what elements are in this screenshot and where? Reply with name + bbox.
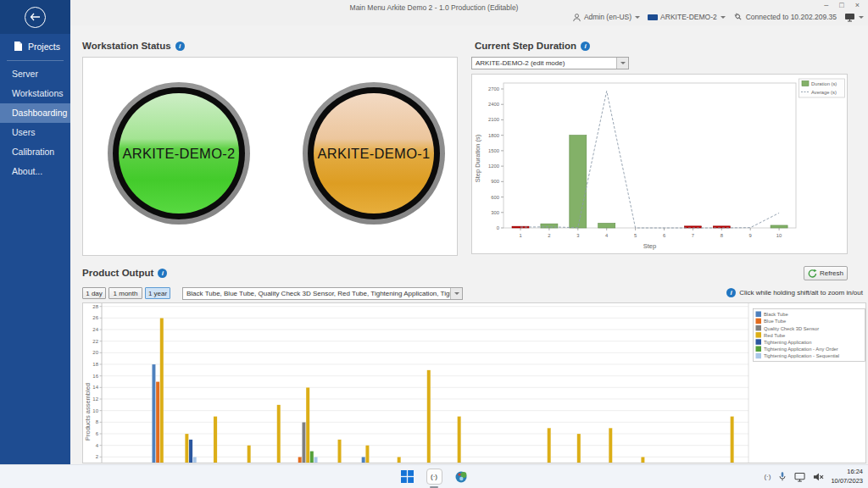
- range-button-1year[interactable]: 1 year: [145, 287, 170, 299]
- products-selector[interactable]: Black Tube, Blue Tube, Quality Check 3D …: [182, 287, 463, 300]
- plot-area: [504, 83, 796, 228]
- legend-swatch: [802, 81, 809, 86]
- app-icon: [454, 469, 469, 484]
- back-button[interactable]: [0, 0, 70, 34]
- product-bar: [298, 457, 302, 463]
- workstation-label: ARKITE-DEMO-2: [660, 13, 717, 21]
- dropdown-button[interactable]: [616, 58, 628, 69]
- volume-muted-icon[interactable]: [813, 472, 824, 482]
- info-icon[interactable]: i: [175, 42, 185, 51]
- y-tick-label: 300: [491, 210, 499, 215]
- legend-label: Average (s): [811, 90, 837, 95]
- sidebar-item-label: Projects: [28, 42, 60, 52]
- x-tick-label: 10: [776, 233, 782, 238]
- legend-label: Duration (s): [811, 81, 837, 86]
- y-tick-label: 4: [96, 443, 99, 448]
- user-menu[interactable]: Admin (en-US): [572, 13, 640, 22]
- refresh-icon: [808, 269, 817, 278]
- x-tick-label: 6: [663, 233, 665, 238]
- info-icon[interactable]: i: [581, 42, 590, 51]
- close-button[interactable]: ×: [855, 1, 860, 9]
- sidebar-item-users[interactable]: Users: [0, 123, 70, 142]
- legend-label: Tightening Application: [764, 340, 812, 345]
- product-output-chart[interactable]: 246810121416182022242628Products assembl…: [83, 303, 865, 463]
- product-bar: [214, 417, 217, 463]
- product-bar: [277, 405, 281, 463]
- y-tick-label: 16: [92, 374, 98, 379]
- refresh-button[interactable]: Refresh: [804, 266, 848, 280]
- legend-label: Black Tube: [764, 312, 788, 317]
- chevron-down-icon: [859, 16, 864, 19]
- workstation-status-orange: ARKITE-DEMO-1: [314, 93, 434, 214]
- taskbar-app-secondary[interactable]: [451, 467, 471, 487]
- taskbar-app-arkite[interactable]: (·): [424, 466, 444, 488]
- sidebar-item-dashboarding[interactable]: Dashboarding: [0, 103, 70, 123]
- workstation-button-demo2[interactable]: ARKITE-DEMO-2: [108, 82, 250, 225]
- sidebar-item-projects[interactable]: Projects: [0, 34, 70, 58]
- titlebar: Main Menu Arkite Demo 2 - 1.0 Production…: [0, 0, 868, 25]
- duration-bar: [771, 225, 787, 228]
- display-menu[interactable]: [844, 13, 864, 22]
- active-app-indicator: [430, 486, 438, 488]
- range-button-1day[interactable]: 1 day: [82, 287, 106, 299]
- connection-status: Connected to 10.202.209.35: [733, 12, 837, 22]
- minimize-button[interactable]: –: [824, 1, 828, 9]
- selector-value: ARKITE-DEMO-2 (edit mode): [472, 59, 616, 67]
- product-bar: [458, 417, 461, 463]
- info-icon[interactable]: i: [158, 269, 167, 278]
- plug-icon: [733, 12, 743, 22]
- dropdown-button[interactable]: [450, 288, 462, 299]
- legend-label: Tightening Application - Sequential: [764, 353, 839, 358]
- y-tick-label: 20: [92, 350, 98, 355]
- workstation-status-title: Workstation Status i: [82, 41, 185, 51]
- y-tick-label: 22: [92, 339, 98, 344]
- duration-bar: [570, 136, 587, 228]
- clock[interactable]: 16:24 10/07/2023: [831, 468, 863, 485]
- workstation-button-demo1[interactable]: ARKITE-DEMO-1: [303, 82, 445, 225]
- display-icon: [844, 13, 855, 22]
- product-bar: [306, 387, 309, 463]
- x-tick-label: 9: [749, 233, 752, 238]
- workstation-menu[interactable]: ARKITE-DEMO-2: [648, 13, 726, 21]
- window-title: Main Menu Arkite Demo 2 - 1.0 Production…: [0, 3, 868, 12]
- workstation-status-green: ARKITE-DEMO-2: [119, 93, 239, 214]
- clock-date: 10/07/2023: [831, 477, 863, 485]
- network-display-icon[interactable]: [794, 472, 806, 482]
- arkite-app-icon: (·): [426, 469, 442, 485]
- hidden-icons-button[interactable]: (·): [764, 473, 771, 480]
- step-duration-chart: 0300600900120015001800210024002700123456…: [472, 75, 847, 253]
- sidebar-item-workstations[interactable]: Workstations: [0, 84, 70, 103]
- main-content: Workstation Status i ARKITE-DEMO-2 ARKIT…: [70, 25, 868, 464]
- product-bar: [362, 457, 365, 463]
- product-bar: [189, 440, 192, 463]
- x-tick-label: 4: [605, 233, 609, 238]
- product-bar: [365, 446, 369, 463]
- product-bar: [248, 446, 251, 463]
- screen: Main Menu Arkite Demo 2 - 1.0 Production…: [0, 0, 868, 488]
- product-bar: [641, 457, 644, 463]
- info-icon: i: [726, 288, 736, 297]
- product-output-title: Product Output i: [82, 268, 167, 278]
- product-bar: [700, 463, 704, 463]
- workstation-name: ARKITE-DEMO-2: [122, 146, 235, 162]
- workstation-selector[interactable]: ARKITE-DEMO-2 (edit mode): [471, 57, 629, 69]
- microphone-icon[interactable]: [777, 471, 787, 482]
- sidebar-item-calibration[interactable]: Calibration: [0, 142, 70, 162]
- range-button-1month[interactable]: 1 month: [108, 287, 142, 299]
- windows-logo-icon: [401, 470, 414, 483]
- back-arrow-icon: [25, 7, 46, 28]
- legend-swatch: [756, 332, 762, 338]
- maximize-button[interactable]: □: [839, 1, 843, 9]
- y-tick-label: 2700: [488, 86, 499, 92]
- product-bar: [160, 318, 164, 463]
- workstation-name: ARKITE-DEMO-1: [317, 146, 430, 162]
- start-button[interactable]: [397, 467, 417, 487]
- product-bar: [337, 440, 341, 463]
- y-tick-label: 28: [92, 304, 98, 309]
- legend-label: Blue Tube: [764, 319, 786, 324]
- y-tick-label: 1800: [488, 133, 499, 138]
- step-duration-panel: 0300600900120015001800210024002700123456…: [471, 74, 848, 254]
- sidebar-item-server[interactable]: Server: [0, 64, 70, 84]
- sidebar-item-about[interactable]: About...: [0, 162, 70, 181]
- legend-label: Tightening Application - Any Order: [764, 347, 838, 352]
